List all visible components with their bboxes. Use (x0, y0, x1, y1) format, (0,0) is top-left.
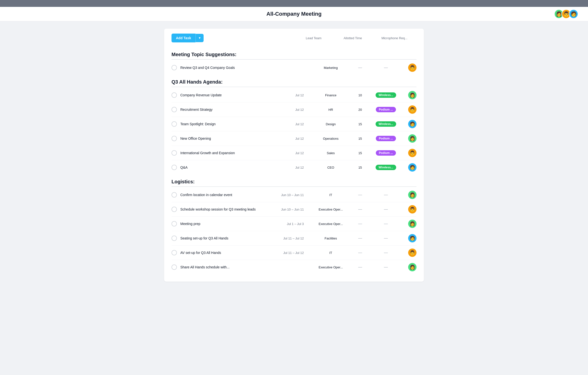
task-date: Jul 12 (277, 108, 304, 112)
section: Meeting Topic Suggestions:Review Q3 and … (172, 47, 416, 75)
dash-icon: — (384, 65, 388, 70)
task-date: Jul 11 – Jul 12 (277, 251, 304, 255)
task-checkbox[interactable] (172, 65, 177, 70)
table-row: Seating set-up for Q3 All HandsJul 11 – … (172, 231, 416, 246)
task-board: Add Task ▼ Lead Team Allotted Time Micro… (164, 29, 424, 282)
dash-icon: — (384, 222, 388, 226)
task-avatar: 🧑 (402, 120, 416, 128)
task-checkbox[interactable] (172, 136, 177, 141)
task-avatar: 👩 (402, 91, 416, 99)
avatar: 👨 (408, 63, 416, 72)
lead-team-header: Lead Team (294, 36, 333, 40)
table-row: Share All Hands schedule with...Executiv… (172, 260, 416, 274)
task-date: Jul 11 – Jul 12 (277, 237, 304, 240)
task-avatar: 👩 (402, 191, 416, 199)
task-mic: — (370, 236, 402, 240)
table-row: Q&AJul 12CEO15Wireless...🧑 (172, 160, 416, 175)
task-date: Jul 1 – Jul 3 (277, 222, 304, 226)
task-mic[interactable]: Podium ... (370, 150, 402, 156)
task-mic: — (370, 222, 402, 226)
header: All-Company Meeting 👩👨🧑 (0, 7, 588, 21)
task-name: International Growth and Expansion (180, 151, 277, 155)
task-date: Jul 12 (277, 166, 304, 169)
task-team: Finance (311, 93, 350, 97)
avatar: 🧑 (408, 120, 416, 128)
table-row: New Office OpeningJul 12Operations15Podi… (172, 131, 416, 146)
page-title: All-Company Meeting (267, 11, 322, 17)
task-team: Executive Oper... (311, 265, 350, 269)
dash-icon: — (358, 265, 362, 269)
task-team: Design (311, 122, 350, 126)
task-checkbox[interactable] (172, 192, 177, 198)
task-team: HR (311, 108, 350, 112)
table-row: Meeting prepJul 1 – Jul 3Executive Oper.… (172, 217, 416, 231)
task-avatar: 👨 (402, 249, 416, 257)
task-team: IT (311, 251, 350, 255)
task-time: 20 (350, 108, 370, 112)
task-name: Review Q3 and Q4 Company Goals (180, 66, 277, 70)
dash-icon: — (358, 193, 362, 197)
task-mic[interactable]: Wireless... (370, 165, 402, 170)
task-time: — (350, 193, 370, 197)
task-checkbox[interactable] (172, 250, 177, 255)
task-team: Facilities (311, 237, 350, 240)
section: Q3 All Hands Agenda:Company Revenue Upda… (172, 75, 416, 175)
task-mic[interactable]: Wireless... (370, 121, 402, 127)
task-mic: — (370, 250, 402, 255)
task-checkbox[interactable] (172, 207, 177, 212)
task-time: 15 (350, 166, 370, 169)
task-checkbox[interactable] (172, 121, 177, 127)
avatar: 👨 (408, 105, 416, 114)
allotted-time-header: Allotted Time (333, 36, 372, 40)
task-name: Team Spotlight: Design (180, 122, 277, 126)
avatar: 👩 (408, 91, 416, 99)
task-checkbox[interactable] (172, 165, 177, 170)
task-avatar: 👩 (402, 220, 416, 228)
dash-icon: — (384, 236, 388, 240)
dash-icon: — (358, 65, 362, 70)
task-team: IT (311, 193, 350, 197)
dash-icon: — (358, 236, 362, 240)
task-checkbox[interactable] (172, 150, 177, 156)
mic-badge[interactable]: Wireless... (376, 121, 396, 127)
avatar: 👨 (408, 249, 416, 257)
task-mic: — (370, 207, 402, 212)
add-task-dropdown-button[interactable]: ▼ (196, 34, 204, 42)
task-checkbox[interactable] (172, 264, 177, 270)
task-team: Marketing (311, 66, 350, 70)
task-checkbox[interactable] (172, 221, 177, 226)
task-checkbox[interactable] (172, 107, 177, 112)
task-checkbox[interactable] (172, 236, 177, 241)
task-team: Executive Oper... (311, 208, 350, 211)
task-time: 10 (350, 93, 370, 97)
task-mic[interactable]: Wireless... (370, 92, 402, 98)
task-name: Meeting prep (180, 222, 277, 226)
avatar: 🧑 (408, 163, 416, 172)
task-date: Jul 12 (277, 93, 304, 97)
task-time: — (350, 222, 370, 226)
microphone-req-header: Microphone Req... (372, 36, 416, 40)
mic-badge[interactable]: Wireless... (376, 92, 396, 98)
task-avatar: 👨 (402, 63, 416, 72)
task-time: 15 (350, 122, 370, 126)
task-name: Recruitment Strategy (180, 108, 277, 112)
add-task-button[interactable]: Add Task (172, 34, 196, 42)
task-mic[interactable]: Podium ... (370, 136, 402, 141)
dash-icon: — (358, 250, 362, 255)
task-name: Share All Hands schedule with... (180, 265, 277, 269)
task-checkbox[interactable] (172, 92, 177, 98)
avatar: 👩 (408, 191, 416, 199)
task-team: Operations (311, 137, 350, 140)
mic-badge[interactable]: Podium ... (376, 136, 396, 141)
avatar: 👩 (408, 263, 416, 271)
mic-badge[interactable]: Wireless... (376, 165, 396, 170)
task-mic[interactable]: Podium ... (370, 107, 402, 112)
mic-badge[interactable]: Podium ... (376, 107, 396, 112)
column-headers: Lead Team Allotted Time Microphone Req..… (294, 36, 416, 40)
task-time: — (350, 65, 370, 70)
task-date: Jul 12 (277, 137, 304, 140)
task-date: Jul 12 (277, 122, 304, 126)
task-name: Confirm location in calendar event (180, 193, 277, 197)
task-team: Executive Oper... (311, 222, 350, 226)
mic-badge[interactable]: Podium ... (376, 150, 396, 156)
